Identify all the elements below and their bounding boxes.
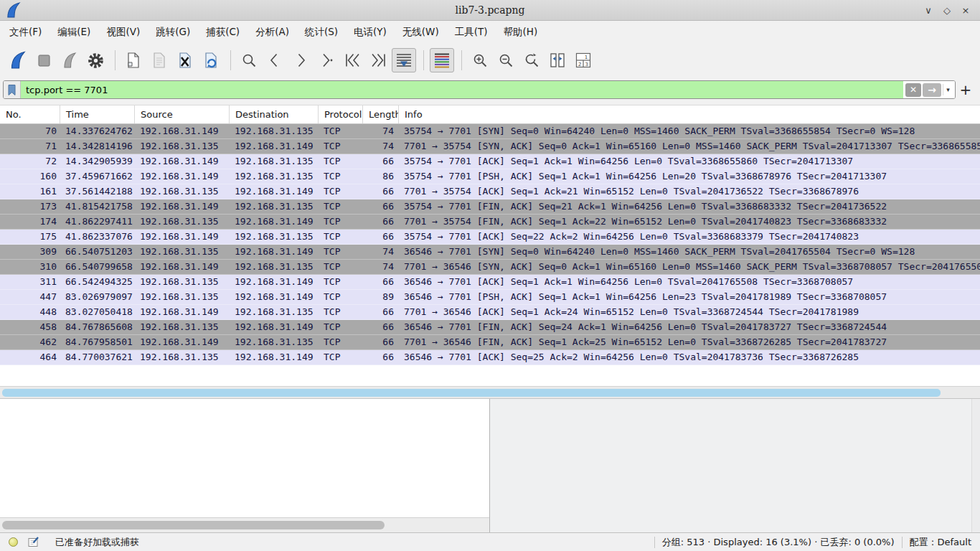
window-title: lib7-3.pcapng xyxy=(0,4,980,16)
maximize-button[interactable]: ◇ xyxy=(940,3,954,17)
save-file-button[interactable] xyxy=(147,48,171,72)
find-packet-button[interactable] xyxy=(237,48,261,72)
packet-row[interactable]: 464 84.770037621 192.168.31.135 192.168.… xyxy=(0,350,980,365)
menu-analyze[interactable]: 分析(A) xyxy=(248,23,297,42)
details-hscroll-thumb[interactable] xyxy=(2,521,385,529)
restart-fin-icon xyxy=(62,52,77,69)
bookmark-icon xyxy=(6,84,17,96)
packet-row[interactable]: 70 14.337624762 192.168.31.149 192.168.3… xyxy=(0,124,980,139)
column-header-protocol[interactable]: Protocol xyxy=(319,105,363,123)
column-header-info[interactable]: Info xyxy=(399,105,980,123)
filter-dropdown-caret[interactable]: ▾ xyxy=(943,84,953,95)
wireshark-window: lib7-3.pcapng ∨ ◇ × 文件(F) 编辑(E) 视图(V) 跳转… xyxy=(0,0,980,551)
column-header-source[interactable]: Source xyxy=(135,105,230,123)
packet-row[interactable]: 174 41.862297411 192.168.31.135 192.168.… xyxy=(0,215,980,230)
packet-row[interactable]: 175 41.862337076 192.168.31.149 192.168.… xyxy=(0,230,980,245)
packet-row[interactable]: 458 84.767865608 192.168.31.135 192.168.… xyxy=(0,320,980,335)
packet-row[interactable]: 462 84.767958501 192.168.31.149 192.168.… xyxy=(0,335,980,350)
menu-go[interactable]: 跳转(G) xyxy=(148,23,198,42)
menu-edit[interactable]: 编辑(E) xyxy=(50,23,98,42)
profile-text[interactable]: 配置：Default xyxy=(910,536,974,549)
packet-list-hscroll-thumb[interactable] xyxy=(2,389,941,397)
packet-row[interactable]: 311 66.542494325 192.168.31.135 192.168.… xyxy=(0,275,980,290)
resize-columns-button[interactable] xyxy=(545,48,570,72)
menu-file[interactable]: 文件(F) xyxy=(1,23,50,42)
status-bar: 已准备好加载或捕获 分组: 513 · Displayed: 16 (3.1%)… xyxy=(0,532,980,551)
last-packet-icon xyxy=(369,52,387,69)
stop-square-icon xyxy=(36,52,52,69)
go-to-packet-button[interactable] xyxy=(314,48,339,72)
go-back-button[interactable] xyxy=(263,48,287,72)
stop-capture-button[interactable] xyxy=(32,48,56,72)
reload-file-button[interactable] xyxy=(199,48,223,72)
capture-comment-icon[interactable] xyxy=(27,536,39,548)
column-header-time[interactable]: Time xyxy=(60,105,135,123)
restart-capture-button[interactable] xyxy=(57,48,82,72)
zoom-out-button[interactable] xyxy=(494,48,518,72)
svg-text:1: 1 xyxy=(585,55,588,60)
packet-row[interactable]: 173 41.815421758 192.168.31.149 192.168.… xyxy=(0,199,980,215)
packet-rows: 70 14.337624762 192.168.31.149 192.168.3… xyxy=(0,124,980,386)
save-file-icon xyxy=(151,52,168,69)
menu-wireless[interactable]: 无线(W) xyxy=(395,23,447,42)
menu-telephony[interactable]: 电话(Y) xyxy=(346,23,395,42)
open-file-button[interactable] xyxy=(121,48,146,72)
start-capture-button[interactable] xyxy=(6,48,30,72)
filter-clear-button[interactable]: ✕ xyxy=(905,83,921,97)
packet-row[interactable]: 71 14.342814196 192.168.31.135 192.168.3… xyxy=(0,139,980,154)
statusbar-separator xyxy=(654,537,655,548)
close-file-icon xyxy=(176,52,194,69)
column-header-destination[interactable]: Destination xyxy=(230,105,319,123)
menu-capture[interactable]: 捕获(C) xyxy=(198,23,248,42)
menu-help[interactable]: 帮助(H) xyxy=(495,23,545,42)
go-forward-button[interactable] xyxy=(288,48,313,72)
go-first-packet-button[interactable] xyxy=(340,48,364,72)
close-file-button[interactable] xyxy=(173,48,197,72)
packet-row[interactable]: 72 14.342905939 192.168.31.149 192.168.3… xyxy=(0,154,980,169)
packet-row[interactable]: 309 66.540751203 192.168.31.135 192.168.… xyxy=(0,245,980,260)
status-ready-text: 已准备好加载或捕获 xyxy=(55,536,139,549)
chevron-right-dot-icon xyxy=(318,52,335,69)
display-filter-input[interactable]: tcp.port == 7701 xyxy=(21,81,903,98)
menu-statistics[interactable]: 统计(S) xyxy=(297,23,346,42)
display-filter-field[interactable]: tcp.port == 7701 ✕ → ▾ xyxy=(3,80,956,99)
column-header-no[interactable]: No. xyxy=(0,105,60,123)
packet-row[interactable]: 447 83.026979097 192.168.31.135 192.168.… xyxy=(0,290,980,305)
minimize-button[interactable]: ∨ xyxy=(921,3,936,17)
packet-stats-text: 分组: 513 · Displayed: 16 (3.1%) · 已丢弃: 0 … xyxy=(662,536,895,549)
capture-options-button[interactable] xyxy=(83,48,108,72)
colorize-toggle[interactable] xyxy=(430,48,454,72)
expert-info-icon[interactable] xyxy=(9,537,18,547)
filter-add-button[interactable]: + xyxy=(956,80,976,99)
toolbar-separator xyxy=(423,50,424,70)
chevron-right-icon xyxy=(292,52,309,69)
packet-bytes-pane[interactable] xyxy=(490,399,980,532)
packet-row[interactable]: 310 66.540799658 192.168.31.149 192.168.… xyxy=(0,260,980,275)
menu-tools[interactable]: 工具(T) xyxy=(447,23,496,42)
column-header-length[interactable]: Length xyxy=(363,105,399,123)
auto-scroll-icon xyxy=(395,52,413,69)
zoom-in-button[interactable] xyxy=(468,48,492,72)
filter-apply-button[interactable]: → xyxy=(923,83,941,97)
bytes-vscrollbar[interactable] xyxy=(971,399,980,532)
close-button[interactable]: × xyxy=(958,3,973,17)
packet-row[interactable]: 160 37.459671662 192.168.31.149 192.168.… xyxy=(0,169,980,184)
packet-list-header: No. Time Source Destination Protocol Len… xyxy=(0,105,980,124)
go-last-packet-button[interactable] xyxy=(366,48,390,72)
packet-list-hscrollbar[interactable] xyxy=(0,386,980,399)
layout-123-button[interactable]: 1 2 3 xyxy=(571,48,595,72)
menu-view[interactable]: 视图(V) xyxy=(98,23,148,42)
chevron-left-icon xyxy=(266,52,283,69)
details-hscrollbar[interactable] xyxy=(0,518,489,532)
titlebar: lib7-3.pcapng ∨ ◇ × xyxy=(0,0,980,21)
packet-row[interactable]: 161 37.561442188 192.168.31.135 192.168.… xyxy=(0,184,980,199)
filter-bookmark-button[interactable] xyxy=(4,81,21,98)
lower-panes xyxy=(0,399,980,532)
zoom-in-icon xyxy=(472,52,489,69)
packet-row[interactable]: 448 83.027050418 192.168.31.149 192.168.… xyxy=(0,305,980,320)
filter-buttons: ✕ → ▾ xyxy=(903,81,955,98)
reload-file-icon xyxy=(202,52,220,69)
packet-details-pane[interactable] xyxy=(0,399,490,532)
auto-scroll-toggle[interactable] xyxy=(392,48,416,72)
zoom-reset-button[interactable] xyxy=(519,48,544,72)
